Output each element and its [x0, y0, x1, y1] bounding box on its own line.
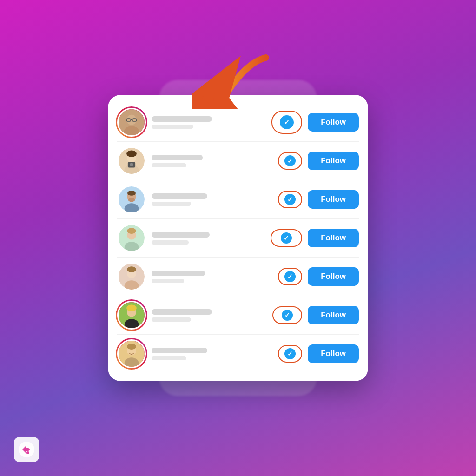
- user-info: [152, 155, 271, 167]
- user-info: [152, 116, 264, 129]
- username-bar: [152, 348, 207, 353]
- avatar-wrapper: [117, 224, 146, 252]
- svg-point-21: [125, 242, 139, 252]
- verified-check-icon: ✓: [284, 194, 296, 205]
- user-subtext-bar: [152, 163, 186, 167]
- svg-point-17: [128, 198, 135, 202]
- user-row: ✓ Follow: [117, 258, 359, 296]
- follow-button[interactable]: Follow: [308, 306, 359, 324]
- verified-oval: ✓: [278, 268, 302, 285]
- user-subtext-bar: [152, 240, 189, 245]
- verified-badge-container: ✓: [272, 306, 302, 324]
- verified-badge-container: ✓: [271, 111, 302, 134]
- svg-point-30: [126, 304, 137, 311]
- user-info: [152, 232, 263, 245]
- verified-check-icon: ✓: [281, 232, 292, 244]
- user-row: ✓ Follow: [117, 180, 359, 219]
- user-subtext-bar: [152, 317, 191, 322]
- user-info: [152, 271, 271, 283]
- verified-check-icon: ✓: [284, 155, 296, 166]
- user-row: ✓ Follow: [117, 335, 359, 373]
- avatar: [117, 185, 146, 214]
- user-info: [152, 348, 271, 360]
- follow-button[interactable]: Follow: [308, 229, 359, 247]
- verified-badge-container: ✓: [278, 152, 302, 170]
- avatar-wrapper: [117, 108, 146, 137]
- username-bar: [152, 155, 203, 160]
- user-row: ✓ Follow: [117, 219, 359, 258]
- verified-check-icon: ✓: [284, 271, 296, 282]
- user-row: ✓ Follow: [117, 103, 359, 142]
- verified-oval: ✓: [272, 306, 302, 324]
- avatar: [117, 224, 146, 252]
- verified-oval: ✓: [271, 111, 302, 134]
- verified-check-icon: ✓: [280, 115, 294, 129]
- user-subtext-bar: [152, 356, 186, 360]
- user-info: [152, 309, 265, 322]
- username-bar: [152, 193, 207, 199]
- verified-badge-container: ✓: [271, 229, 302, 247]
- logo-icon: [14, 437, 39, 462]
- user-subtext-bar: [152, 279, 184, 283]
- svg-point-34: [127, 344, 136, 350]
- svg-point-18: [127, 191, 136, 196]
- user-row: ✓ Follow: [117, 296, 359, 335]
- follow-button[interactable]: Follow: [308, 152, 359, 170]
- svg-point-26: [127, 266, 136, 272]
- logo: [14, 437, 39, 462]
- follow-button[interactable]: Follow: [308, 190, 359, 209]
- user-list-card: ✓ Follow: [108, 95, 368, 381]
- username-bar: [152, 271, 205, 276]
- svg-point-33: [125, 357, 139, 368]
- svg-point-25: [125, 280, 139, 291]
- svg-point-16: [125, 203, 139, 214]
- follow-button[interactable]: Follow: [308, 344, 359, 363]
- verified-badge-container: ✓: [278, 191, 302, 208]
- username-bar: [152, 309, 212, 315]
- follow-button[interactable]: Follow: [308, 113, 359, 132]
- svg-point-29: [125, 319, 139, 330]
- user-subtext-bar: [152, 125, 193, 129]
- verified-check-icon: ✓: [284, 348, 296, 359]
- avatar: [117, 301, 146, 330]
- avatar-wrapper: [117, 262, 146, 291]
- svg-point-22: [127, 228, 136, 234]
- verified-oval: ✓: [278, 345, 302, 363]
- avatar: [117, 262, 146, 291]
- avatar-wrapper: [117, 185, 146, 214]
- avatar: [117, 146, 146, 175]
- follow-button[interactable]: Follow: [308, 267, 359, 286]
- verified-oval: ✓: [271, 229, 302, 247]
- username-bar: [152, 116, 212, 122]
- user-subtext-bar: [152, 202, 191, 206]
- verified-badge-container: ✓: [278, 345, 302, 363]
- avatar: [117, 108, 146, 137]
- avatar-wrapper: [117, 146, 146, 175]
- verified-check-icon: ✓: [282, 310, 293, 321]
- svg-point-11: [126, 150, 137, 157]
- avatar: [117, 339, 146, 368]
- avatar-wrapper: [117, 339, 146, 368]
- avatar-wrapper: [117, 301, 146, 330]
- svg-point-13: [130, 163, 133, 166]
- arrow-annotation: [192, 53, 275, 109]
- user-info: [152, 193, 271, 206]
- verified-badge-container: ✓: [278, 268, 302, 285]
- verified-oval: ✓: [278, 152, 302, 170]
- username-bar: [152, 232, 210, 238]
- verified-oval: ✓: [278, 191, 302, 208]
- main-container: ✓ Follow: [0, 0, 476, 476]
- svg-point-36: [26, 451, 29, 454]
- user-row: ✓ Follow: [117, 142, 359, 180]
